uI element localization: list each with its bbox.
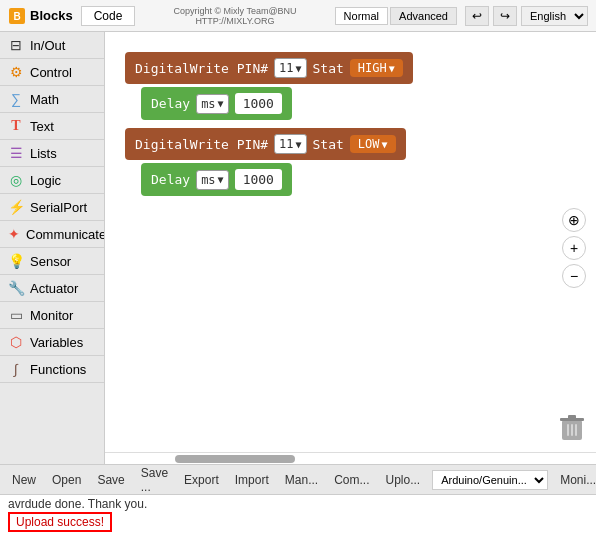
import-btn[interactable]: Import [231,471,273,489]
sidebar-label-logic: Logic [30,173,61,188]
digitalwrite-block-1[interactable]: DigitalWrite PIN# 11 ▼ Stat HIGH ▼ [125,52,576,84]
control-icon: ⚙ [8,64,24,80]
dw-label-2: DigitalWrite PIN# [135,137,268,152]
sidebar-item-communicate[interactable]: ✦ Communicate [0,221,104,248]
sidebar-item-logic[interactable]: ◎ Logic [0,167,104,194]
monitor-btn[interactable]: Moni... [556,471,596,489]
delay-unit-1: ms [201,97,215,111]
board-select[interactable]: Arduino/Genuin... [432,470,548,490]
sidebar-label-functions: Functions [30,362,86,377]
sidebar-label-control: Control [30,65,72,80]
upload-success-badge: Upload success! [8,512,112,532]
trash-icon[interactable] [558,412,586,444]
zoom-out-btn[interactable]: − [562,264,586,288]
sidebar-item-lists[interactable]: ☰ Lists [0,140,104,167]
delay-value-2[interactable]: 1000 [235,169,282,190]
logo-icon: B [8,7,26,25]
delay-label-1: Delay [151,96,190,111]
delay-unit-dropdown-2[interactable]: ms ▼ [196,170,228,190]
block-group-1: DigitalWrite PIN# 11 ▼ Stat HIGH ▼ [125,52,576,120]
sidebar-item-variables[interactable]: ⬡ Variables [0,329,104,356]
sidebar-item-functions[interactable]: ∫ Functions [0,356,104,383]
variables-icon: ⬡ [8,334,24,350]
pin-chevron-1: ▼ [296,63,302,74]
com-btn[interactable]: Com... [330,471,373,489]
stat-chevron-1: ▼ [389,63,395,74]
undo-btn[interactable]: ↩ [465,6,489,26]
sidebar-item-serialport[interactable]: ⚡ SerialPort [0,194,104,221]
pin-dropdown-1[interactable]: 11 ▼ [274,58,306,78]
export-btn[interactable]: Export [180,471,223,489]
stat-value-1: HIGH [358,61,387,75]
normal-mode-btn[interactable]: Normal [335,7,388,25]
svg-text:B: B [13,11,20,22]
delay-value-1[interactable]: 1000 [235,93,282,114]
sidebar-item-actuator[interactable]: 🔧 Actuator [0,275,104,302]
actuator-icon: 🔧 [8,280,24,296]
stat-chevron-2: ▼ [382,139,388,150]
canvas: DigitalWrite PIN# 11 ▼ Stat HIGH ▼ [105,32,596,452]
svg-rect-7 [575,424,577,436]
svg-rect-4 [568,415,576,419]
delay-block-2[interactable]: Delay ms ▼ 1000 [125,163,576,196]
sidebar-label-lists: Lists [30,146,57,161]
new-btn[interactable]: New [8,471,40,489]
delay-unit-chevron-1: ▼ [218,98,224,109]
language-select[interactable]: English [521,6,588,26]
sidebar-item-inout[interactable]: ⊟ In/Out [0,32,104,59]
delay-1: Delay ms ▼ 1000 [141,87,292,120]
inout-icon: ⊟ [8,37,24,53]
delay-2: Delay ms ▼ 1000 [141,163,292,196]
mode-switcher: Normal Advanced [335,7,457,25]
serial-icon: ⚡ [8,199,24,215]
functions-icon: ∫ [8,361,24,377]
sidebar-label-text: Text [30,119,54,134]
svg-rect-6 [571,424,573,436]
delay-block-1[interactable]: Delay ms ▼ 1000 [125,87,576,120]
dw-label-1: DigitalWrite PIN# [135,61,268,76]
math-icon: ∑ [8,91,24,107]
h-scrollbar[interactable] [175,455,295,463]
sidebar-item-math[interactable]: ∑ Math [0,86,104,113]
save-btn[interactable]: Save [93,471,128,489]
text-icon: T [8,118,24,134]
sidebar-item-control[interactable]: ⚙ Control [0,59,104,86]
header-controls: ↩ ↪ English [465,6,588,26]
sidebar-label-communicate: Communicate [26,227,105,242]
workspace[interactable]: DigitalWrite PIN# 11 ▼ Stat HIGH ▼ [105,32,596,464]
header: B Blocks Code Copyright © Mixly Team@BNU… [0,0,596,32]
digitalwrite-block-2[interactable]: DigitalWrite PIN# 11 ▼ Stat LOW ▼ [125,128,576,160]
pin-dropdown-2[interactable]: 11 ▼ [274,134,306,154]
sensor-icon: 💡 [8,253,24,269]
sidebar-label-actuator: Actuator [30,281,78,296]
advanced-mode-btn[interactable]: Advanced [390,7,457,25]
block-group-2: DigitalWrite PIN# 11 ▼ Stat LOW ▼ [125,128,576,196]
sidebar-item-monitor[interactable]: ▭ Monitor [0,302,104,329]
main-area: ⊟ In/Out ⚙ Control ∑ Math T Text ☰ Lists… [0,32,596,464]
upload-btn[interactable]: Uplo... [382,471,425,489]
delay-unit-chevron-2: ▼ [218,174,224,185]
communicate-icon: ✦ [8,226,20,242]
svg-rect-5 [567,424,569,436]
digitalwrite-1: DigitalWrite PIN# 11 ▼ Stat HIGH ▼ [125,52,413,84]
sidebar-item-text[interactable]: T Text [0,113,104,140]
zoom-center-btn[interactable]: ⊕ [562,208,586,232]
blocks-container: DigitalWrite PIN# 11 ▼ Stat HIGH ▼ [105,32,596,382]
toolbar: New Open Save Save ... Export Import Man… [0,464,596,494]
code-tab[interactable]: Code [81,6,136,26]
redo-btn[interactable]: ↪ [493,6,517,26]
zoom-in-btn[interactable]: + [562,236,586,260]
stat-dropdown-1[interactable]: HIGH ▼ [350,59,403,77]
open-btn[interactable]: Open [48,471,85,489]
stat-label-1: Stat [313,61,344,76]
stat-value-2: LOW [358,137,380,151]
pin-value-1: 11 [279,61,293,75]
status-line1: avrdude done. Thank you. [8,497,588,511]
stat-dropdown-2[interactable]: LOW ▼ [350,135,396,153]
saveas-btn[interactable]: Save ... [137,464,172,496]
manage-btn[interactable]: Man... [281,471,322,489]
sidebar-label-variables: Variables [30,335,83,350]
sidebar-item-sensor[interactable]: 💡 Sensor [0,248,104,275]
delay-unit-dropdown-1[interactable]: ms ▼ [196,94,228,114]
lists-icon: ☰ [8,145,24,161]
